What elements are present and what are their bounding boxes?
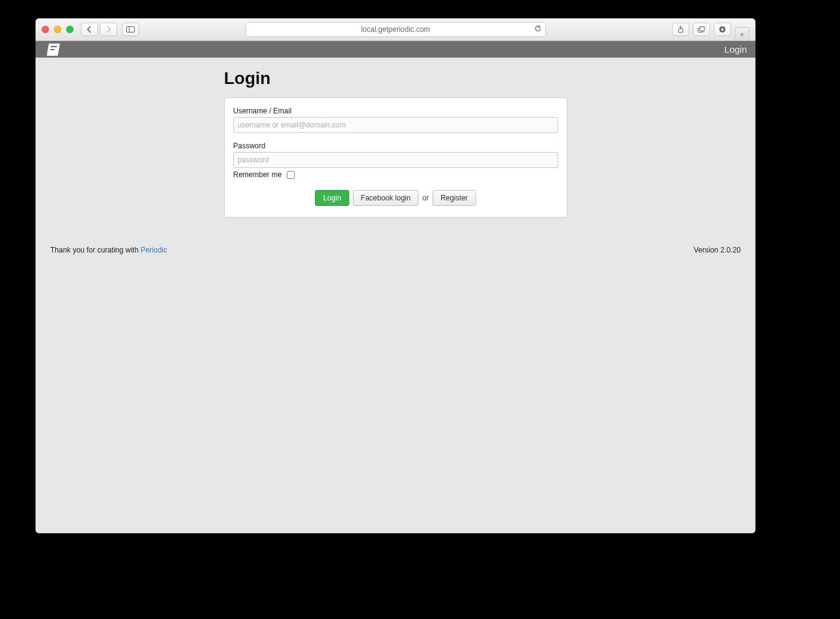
downloads-button[interactable] — [714, 23, 731, 36]
username-label: Username / Email — [233, 107, 558, 115]
username-input[interactable] — [233, 117, 558, 133]
app-navbar: Login — [36, 41, 755, 58]
remember-me-label: Remember me — [233, 170, 282, 179]
nav-buttons — [81, 23, 117, 36]
page-content: Login Username / Email Password Remember… — [36, 58, 755, 236]
remember-me-checkbox[interactable] — [287, 171, 295, 179]
sidebar-toggle-button[interactable] — [122, 23, 139, 36]
footer-periodic-link[interactable]: Periodic — [140, 246, 167, 254]
remember-me-row: Remember me — [233, 170, 558, 179]
password-label: Password — [233, 142, 558, 150]
username-field-block: Username / Email — [233, 107, 558, 133]
app-logo[interactable] — [36, 41, 71, 58]
facebook-login-button[interactable]: Facebook login — [353, 190, 418, 206]
button-row: Login Facebook login or Register — [233, 190, 558, 206]
login-panel: Username / Email Password Remember me Lo… — [224, 97, 567, 218]
svg-rect-5 — [700, 27, 705, 31]
footer-thanks: Thank you for curating with Periodic — [50, 246, 167, 254]
navbar-login-link[interactable]: Login — [716, 41, 755, 58]
new-tab-button[interactable]: + — [735, 27, 749, 40]
url-bar[interactable]: local.getperiodic.com — [246, 22, 546, 37]
share-button[interactable] — [672, 23, 689, 36]
login-column: Login Username / Email Password Remember… — [224, 69, 567, 218]
svg-rect-0 — [127, 27, 135, 32]
url-text: local.getperiodic.com — [361, 25, 430, 34]
register-button[interactable]: Register — [433, 190, 476, 206]
toolbar-right: + — [672, 23, 749, 36]
password-input[interactable] — [233, 152, 558, 168]
forward-button[interactable] — [100, 23, 117, 36]
or-separator: or — [422, 194, 429, 202]
periodic-logo-icon — [47, 44, 60, 56]
page-title: Login — [224, 69, 567, 88]
password-field-block: Password — [233, 142, 558, 168]
page-footer: Thank you for curating with Periodic Ver… — [36, 236, 755, 264]
back-button[interactable] — [81, 23, 98, 36]
tabs-button[interactable] — [693, 23, 710, 36]
footer-version: Version 2.0.20 — [694, 246, 741, 254]
page-viewport: Login Login Username / Email Password Re… — [36, 41, 755, 533]
window-controls — [42, 26, 74, 33]
login-button[interactable]: Login — [315, 190, 349, 206]
zoom-window-button[interactable] — [66, 26, 74, 33]
reload-icon[interactable] — [534, 25, 542, 34]
footer-thanks-prefix: Thank you for curating with — [50, 246, 140, 254]
sidebar-toggle-group — [122, 23, 139, 36]
safari-window: local.getperiodic.com + Login — [36, 18, 755, 533]
browser-titlebar: local.getperiodic.com + — [36, 18, 755, 41]
close-window-button[interactable] — [42, 26, 49, 33]
minimize-window-button[interactable] — [54, 26, 61, 33]
